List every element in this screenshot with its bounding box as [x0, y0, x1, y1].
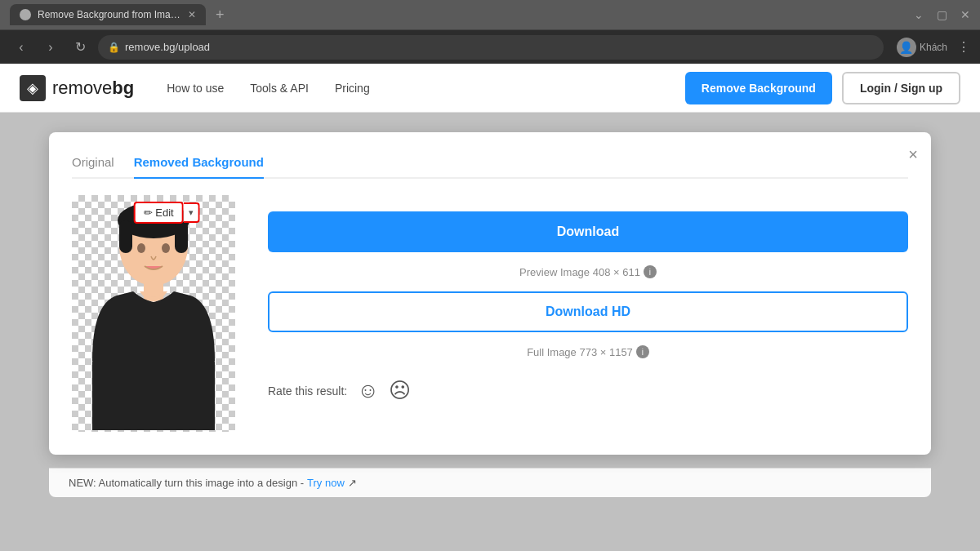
login-signup-button[interactable]: Login / Sign up: [842, 72, 960, 104]
svg-rect-3: [175, 220, 188, 253]
back-button[interactable]: ‹: [10, 36, 33, 59]
bottom-bar: NEW: Automatically turn this image into …: [49, 468, 931, 497]
modal: × Original Removed Background: [49, 132, 931, 455]
nav-links: How to use Tools & API Pricing: [167, 82, 685, 95]
tab-favicon: [20, 9, 31, 20]
profile-name: Khách: [920, 42, 947, 53]
restore-icon[interactable]: ▢: [937, 8, 947, 21]
image-area: ✏ Edit ▾: [72, 195, 235, 432]
gray-area: × Original Removed Background: [0, 113, 980, 551]
tab-removed-background[interactable]: Removed Background: [134, 155, 264, 179]
preview-info-icon: i: [644, 265, 657, 278]
person-svg: [76, 198, 231, 430]
edit-button[interactable]: ✏ Edit: [134, 202, 184, 224]
profile-avatar: 👤: [897, 38, 916, 57]
happy-face-icon[interactable]: ☺: [357, 378, 379, 403]
full-info: Full Image 773 × 1157 i: [268, 345, 908, 358]
site-logo: removebg: [20, 75, 134, 101]
download-hd-button[interactable]: Download HD: [268, 291, 908, 332]
browser-profile[interactable]: 👤 Khách: [897, 38, 947, 57]
svg-point-5: [162, 243, 170, 253]
edit-button-container: ✏ Edit ▾: [134, 202, 200, 224]
svg-point-4: [137, 243, 145, 253]
preview-info: Preview Image 408 × 611 i: [268, 265, 908, 278]
edit-dropdown-button[interactable]: ▾: [184, 202, 200, 223]
website: removebg How to use Tools & API Pricing …: [0, 64, 980, 551]
browser-toolbar: ‹ › ↻ 🔒 remove.bg/upload 👤 Khách ⋮: [0, 29, 980, 64]
new-tab-button[interactable]: +: [216, 7, 225, 24]
try-now-link[interactable]: Try now: [307, 477, 345, 489]
sad-face-icon[interactable]: ☹: [389, 378, 411, 403]
modal-close-button[interactable]: ×: [908, 145, 918, 164]
site-nav: removebg How to use Tools & API Pricing …: [0, 64, 980, 113]
tab-close-icon[interactable]: ✕: [188, 9, 196, 20]
address-bar[interactable]: 🔒 remove.bg/upload: [98, 35, 884, 60]
window-controls: ⌄ ▢ ✕: [914, 8, 970, 21]
tab-original[interactable]: Original: [72, 155, 114, 179]
lock-icon: 🔒: [108, 42, 120, 53]
tab-title: Remove Background from Imag...: [38, 9, 181, 20]
minimize-icon[interactable]: ⌄: [914, 8, 924, 21]
rate-section: Rate this result: ☺ ☹: [268, 378, 908, 403]
external-link-icon: ↗: [348, 477, 357, 489]
nav-actions: Remove Background Login / Sign up: [685, 72, 960, 104]
bottom-bar-text: NEW: Automatically turn this image into …: [69, 477, 304, 489]
browser-chrome: Remove Background from Imag... ✕ + ⌄ ▢ ✕…: [0, 0, 980, 64]
forward-button[interactable]: ›: [39, 36, 62, 59]
remove-background-button[interactable]: Remove Background: [685, 72, 832, 104]
logo-icon: [20, 75, 46, 101]
nav-link-pricing[interactable]: Pricing: [335, 82, 370, 95]
rate-label: Rate this result:: [268, 384, 347, 398]
refresh-button[interactable]: ↻: [69, 36, 91, 59]
browser-menu-icon[interactable]: ⋮: [957, 39, 970, 55]
url-text: remove.bg/upload: [125, 41, 210, 53]
modal-body: ✏ Edit ▾ Download Preview Image 408 × 61…: [72, 195, 908, 432]
modal-tabs: Original Removed Background: [72, 155, 908, 179]
full-info-icon: i: [636, 345, 649, 358]
processed-image: [72, 195, 235, 432]
browser-tab[interactable]: Remove Background from Imag... ✕: [10, 4, 206, 25]
svg-rect-2: [119, 220, 132, 253]
close-icon[interactable]: ✕: [960, 8, 970, 21]
browser-titlebar: Remove Background from Imag... ✕ + ⌄ ▢ ✕: [0, 0, 980, 29]
nav-link-how-to-use[interactable]: How to use: [167, 82, 224, 95]
image-container: [72, 195, 235, 432]
logo-text: removebg: [52, 78, 134, 99]
svg-rect-7: [92, 359, 215, 430]
right-panel: Download Preview Image 408 × 611 i Downl…: [268, 195, 908, 403]
nav-link-tools-api[interactable]: Tools & API: [250, 82, 309, 95]
download-button[interactable]: Download: [268, 211, 908, 252]
